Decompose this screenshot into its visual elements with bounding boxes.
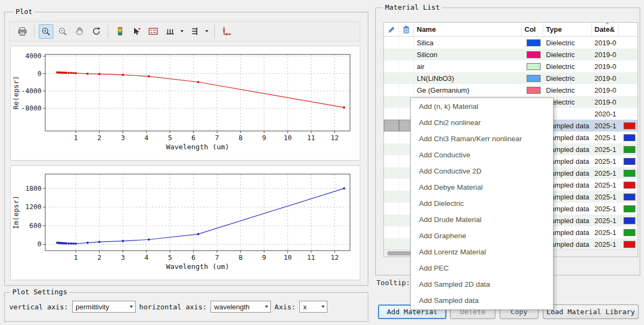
cell-name: Ge (Germanium) (414, 84, 522, 96)
pan-button[interactable] (72, 24, 87, 39)
pencil-icon (387, 25, 396, 34)
svg-text:-8000: -8000 (21, 104, 41, 112)
material-color-swatch[interactable] (527, 51, 541, 58)
material-color-swatch[interactable] (527, 63, 541, 70)
material-color2-swatch[interactable] (624, 182, 635, 189)
cell-color2 (619, 72, 638, 84)
re-epsr-chart[interactable]: 12345678910111240000-4000-8000Wavelength… (11, 46, 360, 160)
material-color2-swatch[interactable] (624, 217, 635, 224)
svg-text:0: 0 (37, 70, 41, 78)
context-menu-item[interactable]: Add Sampled 2D data (411, 276, 553, 293)
material-color-swatch[interactable] (527, 39, 541, 46)
y-ticks-dropdown[interactable] (203, 24, 210, 39)
context-menu-item[interactable]: Add Conductive 2D (411, 163, 553, 179)
context-menu-item[interactable]: Add Graphene (411, 228, 553, 244)
plot-settings-row: vertical axis: permittivity horizontal a… (9, 301, 327, 313)
load-material-library-button[interactable]: Load Material Library (543, 305, 639, 319)
vertical-axis-select[interactable]: permittivity (72, 301, 136, 313)
cell-date: 2025-1 (592, 120, 619, 132)
axis-select[interactable]: x (299, 301, 327, 313)
cell-date: 2019-0 (592, 72, 619, 84)
material-color2-swatch[interactable] (624, 205, 635, 212)
rotate-icon (92, 26, 101, 36)
header-delete[interactable] (399, 23, 414, 36)
material-color2-swatch[interactable] (624, 134, 635, 141)
y-ticks-button[interactable] (187, 24, 202, 39)
im-epsr-chart[interactable]: 123456789101112060012001800Wavelength (u… (11, 166, 360, 280)
horizontal-axis-value: wavelength (214, 303, 250, 311)
table-row[interactable]: SilicaDielectric2019-0 (384, 37, 638, 49)
material-color-swatch[interactable] (527, 75, 541, 82)
svg-text:-4000: -4000 (21, 87, 41, 95)
context-menu-item[interactable]: Add Debye Material (411, 179, 553, 196)
material-color2-swatch[interactable] (624, 170, 635, 177)
svg-text:10: 10 (284, 134, 292, 142)
table-row[interactable]: SiliconDielectric2019-0 (384, 49, 638, 60)
svg-text:5: 5 (168, 134, 172, 142)
row-gutter-edit (384, 203, 399, 215)
svg-text:Re(epsr): Re(epsr) (12, 76, 20, 110)
data-cursor-button[interactable] (129, 24, 144, 39)
svg-text:4: 4 (144, 253, 149, 261)
context-menu-item[interactable]: Add (n, k) Material (411, 99, 553, 115)
chevron-down-icon (265, 306, 268, 308)
toolbar-separator (34, 25, 34, 38)
row-gutter-delete (399, 60, 414, 72)
header-extra[interactable] (619, 23, 638, 36)
header-name[interactable]: Name (414, 23, 522, 36)
x-ticks-dropdown[interactable] (178, 24, 185, 39)
material-color-swatch[interactable] (527, 87, 541, 94)
zoom-out-button[interactable] (55, 24, 70, 39)
context-menu-item[interactable]: Add Chi2 nonlinear (411, 115, 553, 131)
axes-icon (221, 26, 232, 37)
material-color2-swatch[interactable] (624, 193, 635, 200)
x-ticks-button[interactable] (163, 24, 177, 39)
material-color2-swatch[interactable] (624, 146, 635, 153)
chevron-down-icon (180, 30, 184, 32)
header-type[interactable]: Type (543, 23, 592, 36)
context-menu-item[interactable]: Add Sampled data (411, 293, 553, 309)
rotate-button[interactable] (89, 24, 103, 39)
svg-text:1800: 1800 (25, 184, 41, 192)
axes-button[interactable] (219, 24, 234, 39)
table-row[interactable]: Ge (Germanium)Dielectric2019-0 (384, 84, 638, 96)
zoom-in-button[interactable] (39, 24, 53, 39)
cell-color2 (619, 215, 638, 226)
colormap-button[interactable] (113, 24, 127, 39)
material-table-header: Name Col Type ^ Date& (384, 23, 638, 37)
horizontal-axis-select[interactable]: wavelength (211, 301, 271, 313)
context-menu: Add (n, k) MaterialAdd Chi2 nonlinearAdd… (410, 98, 554, 310)
header-date[interactable]: ^ Date& (592, 23, 619, 36)
row-gutter-edit (384, 72, 399, 84)
cell-date: 2025-1 (592, 215, 619, 226)
svg-text:600: 600 (29, 222, 41, 230)
re-epsr-chart-panel: 12345678910111240000-4000-8000Wavelength… (10, 46, 360, 161)
plot-group: Plot (4, 12, 368, 286)
cell-date: 2025-1 (592, 203, 619, 215)
context-menu-item[interactable]: Add Conductive (411, 147, 553, 163)
material-color2-swatch[interactable] (624, 122, 635, 129)
header-edit[interactable] (384, 23, 399, 36)
context-menu-item[interactable]: Add Dielectric (411, 196, 553, 212)
cell-type: Dielectric (543, 84, 592, 96)
cell-date: 2025-1 (592, 179, 619, 191)
cell-color2 (619, 49, 638, 60)
header-color[interactable]: Col (522, 23, 543, 36)
cell-date: 2025-1 (592, 167, 619, 179)
material-color2-swatch[interactable] (624, 158, 635, 165)
material-color2-swatch[interactable] (624, 229, 635, 236)
cell-date: 2025-1 (592, 226, 619, 238)
material-color2-swatch[interactable] (624, 241, 635, 248)
context-menu-item[interactable]: Add Lorentz Material (411, 244, 553, 260)
context-menu-item[interactable]: Add Drude Material (411, 212, 553, 228)
table-row[interactable]: LN(LiNbO3)Dielectric2019-0 (384, 72, 638, 84)
context-menu-item[interactable]: Add PEC (411, 260, 553, 276)
chevron-down-icon (130, 306, 133, 308)
cell-date: 2025-1 (592, 191, 619, 203)
table-row[interactable]: airDielectric2019-0 (384, 60, 638, 72)
svg-text:9: 9 (262, 253, 267, 261)
context-menu-item[interactable]: Add Chi3 Raman/Kerr nonlinear (411, 131, 553, 147)
printer-icon (17, 26, 27, 37)
print-button[interactable] (15, 24, 30, 39)
legend-button[interactable] (146, 24, 160, 39)
